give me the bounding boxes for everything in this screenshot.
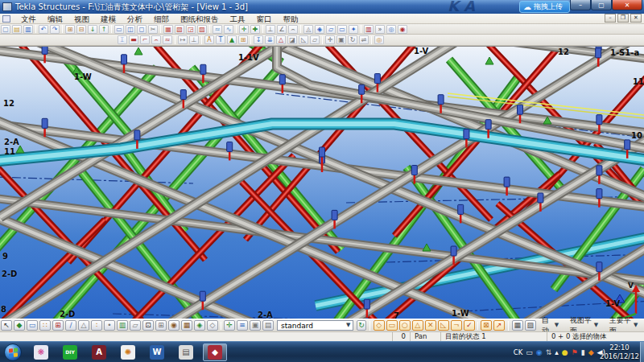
snap-geometry-points-icon[interactable]: ▭ bbox=[386, 320, 398, 331]
snap-reference-points-icon[interactable]: ◇ bbox=[374, 320, 385, 331]
view-list-icon[interactable]: ▦ bbox=[163, 25, 173, 34]
alert-tray-icon[interactable]: ◆ bbox=[588, 348, 594, 356]
snap-tracking-icon[interactable]: ↗ bbox=[493, 320, 505, 331]
select-views-icon[interactable]: ⊡ bbox=[142, 320, 154, 331]
phase-combo[interactable]: standard ▼ bbox=[277, 320, 353, 331]
snap-plane-combo[interactable]: 视图平面 ▼ bbox=[567, 320, 603, 331]
fetch-icon[interactable]: ✦ bbox=[349, 25, 358, 34]
orthogonal-beam-icon[interactable]: ↦ bbox=[178, 35, 188, 44]
title-bar[interactable]: Tekla Structures - F:\江油青莲文体中心\管桁架 - [Vi… bbox=[0, 0, 644, 14]
undo-icon[interactable]: ↶ bbox=[39, 25, 48, 34]
select-reinforcement-icon[interactable]: ▥ bbox=[117, 320, 128, 331]
select-all-grids-icon[interactable]: ⊞ bbox=[155, 320, 167, 331]
view-plane-icon[interactable]: ◲ bbox=[186, 25, 196, 34]
create-bolts-icon[interactable]: ↧ bbox=[254, 35, 263, 44]
mdi-close-button[interactable]: ✕ bbox=[630, 14, 642, 23]
fly-icon[interactable]: ≈ bbox=[213, 25, 222, 34]
taskbar-app-text-editor[interactable]: ▤ bbox=[174, 343, 198, 361]
mirror-object-icon[interactable]: ⇌ bbox=[359, 35, 369, 44]
macros-icon[interactable]: ◎ bbox=[386, 25, 396, 34]
construction-point-icon[interactable]: ✚ bbox=[250, 25, 260, 34]
save-model-icon[interactable]: ▥ bbox=[23, 25, 33, 34]
snap-perpendicular-icon[interactable]: ◺ bbox=[438, 320, 449, 331]
select-welds-icon[interactable]: △ bbox=[78, 320, 89, 331]
drag-and-drop-icon[interactable]: ✛ bbox=[224, 320, 235, 331]
clash-check-icon[interactable]: ◉ bbox=[398, 25, 407, 34]
coin-tray-icon[interactable]: ● bbox=[562, 348, 568, 356]
copy-special-icon[interactable]: ▱ bbox=[326, 25, 336, 34]
select-bolt-groups-icon[interactable]: ∶ bbox=[91, 320, 102, 331]
cut-icon[interactable]: ✂ bbox=[148, 25, 158, 34]
menu-item-help[interactable]: 帮助 bbox=[278, 14, 304, 24]
import-icon[interactable]: ↓ bbox=[88, 25, 97, 34]
snap-any-position-icon[interactable]: △ bbox=[412, 320, 423, 331]
create-polybeam-icon[interactable]: ⌐ bbox=[140, 35, 150, 44]
select-points-icon[interactable]: ∷ bbox=[39, 320, 51, 331]
menu-item-tools[interactable]: 工具 bbox=[225, 14, 251, 24]
flag-tray-icon[interactable]: ⚑ bbox=[572, 348, 578, 356]
export-icon[interactable]: ↑ bbox=[99, 25, 109, 34]
hidden-icons-arrow[interactable]: ▴ bbox=[555, 348, 559, 356]
dwg-export-icon[interactable]: » bbox=[375, 25, 385, 34]
menu-item-file[interactable]: 文件 bbox=[15, 14, 42, 24]
create-beam-icon[interactable]: ▬ bbox=[129, 35, 138, 44]
select-joints-icon[interactable]: ◉ bbox=[168, 320, 180, 331]
snap-nearest-point-icon[interactable]: ○ bbox=[399, 320, 411, 331]
taskbar-app-color-wheel[interactable]: ✺ bbox=[116, 343, 140, 361]
zoom-original-icon[interactable]: ◻ bbox=[137, 25, 147, 34]
taskbar-app-translator[interactable]: ❋ bbox=[29, 343, 53, 361]
selection-filter-b-icon[interactable]: ▤ bbox=[262, 320, 274, 331]
work-plane-combo[interactable]: 主要平面 ▼ bbox=[606, 320, 642, 331]
select-objects-in-assemblies-icon[interactable]: ◇ bbox=[207, 320, 218, 331]
rotate-object-icon[interactable]: ↻ bbox=[348, 35, 357, 44]
component-catalog-icon[interactable]: ◈ bbox=[315, 25, 324, 34]
measure-angle-icon[interactable]: ∠ bbox=[277, 25, 287, 34]
named-view-icon[interactable]: ▧ bbox=[175, 25, 184, 34]
chevron-down-icon[interactable]: ▼ bbox=[553, 321, 560, 330]
selection-filter-a-icon[interactable]: ▣ bbox=[250, 320, 261, 331]
select-component-icon[interactable]: ◆ bbox=[14, 320, 25, 331]
taskbar-app-diy[interactable]: DIY bbox=[58, 343, 82, 361]
move-special-icon[interactable]: ▭ bbox=[337, 25, 347, 34]
fit-by-parts-icon[interactable]: ◫ bbox=[126, 25, 135, 34]
redo-icon[interactable]: ↷ bbox=[50, 25, 60, 34]
select-grid-icon[interactable]: ⊞ bbox=[52, 320, 64, 331]
connection-symbol-icon[interactable]: ▲ bbox=[227, 35, 237, 44]
snap-override-icon[interactable]: ◎ bbox=[374, 35, 384, 44]
create-weld-icon[interactable]: △ bbox=[276, 35, 286, 44]
auto-connection-icon[interactable]: T bbox=[216, 35, 225, 44]
minimize-button[interactable]: – bbox=[570, 0, 591, 10]
usb-tray-icon[interactable]: ⇅ bbox=[546, 348, 552, 356]
select-lines-icon[interactable]: ∕ bbox=[65, 320, 76, 331]
move-object-icon[interactable]: ✛ bbox=[325, 35, 335, 44]
measure-arc-icon[interactable]: ⌢ bbox=[288, 25, 298, 34]
menu-item-view[interactable]: 视图 bbox=[68, 14, 95, 24]
show-desktop-button[interactable] bbox=[640, 342, 644, 362]
select-single-bolts-icon[interactable]: • bbox=[104, 320, 115, 331]
render-options-icon[interactable]: ▨ bbox=[197, 25, 207, 34]
menu-item-window[interactable]: 窗口 bbox=[251, 14, 278, 24]
chevron-down-icon[interactable]: ▼ bbox=[632, 321, 639, 330]
cut-part-icon[interactable]: ◪ bbox=[287, 35, 297, 44]
refresh-phase-icon[interactable]: ↻ bbox=[357, 320, 365, 331]
select-surfaces-icon[interactable]: ▱ bbox=[130, 320, 141, 331]
copy-icon[interactable]: ⊞ bbox=[65, 25, 75, 34]
component-box-icon[interactable]: ⊞ bbox=[238, 35, 248, 44]
select-objects-in-components-icon[interactable]: ◈ bbox=[194, 320, 205, 331]
snap-depth-combo[interactable]: 自动 ▼ bbox=[539, 320, 564, 331]
chevron-down-icon[interactable]: ▼ bbox=[344, 321, 353, 330]
view-plane-toggle-b-icon[interactable]: ▨ bbox=[525, 320, 536, 331]
select-all-icon[interactable]: ↖ bbox=[1, 320, 12, 331]
snap-intersection-icon[interactable]: ✕ bbox=[425, 320, 436, 331]
auto-defaults-icon[interactable]: A bbox=[204, 35, 214, 44]
taskbar-app-pdf-reader[interactable]: A bbox=[87, 343, 111, 361]
snap-free-icon[interactable]: ✓ bbox=[464, 320, 475, 331]
pad-footing-icon[interactable]: ⊥ bbox=[189, 35, 199, 44]
paste-icon[interactable]: ⊟ bbox=[76, 25, 86, 34]
select-assemblies-icon[interactable]: ▦ bbox=[181, 320, 192, 331]
menu-item-analysis[interactable]: 分析 bbox=[122, 14, 148, 24]
create-curved-beam-icon[interactable]: ⌢ bbox=[151, 35, 161, 44]
menu-item-drawings-reports[interactable]: 图纸和报告 bbox=[175, 14, 225, 24]
smart-select-icon[interactable]: ≡ bbox=[237, 320, 248, 331]
start-button[interactable] bbox=[4, 343, 22, 361]
